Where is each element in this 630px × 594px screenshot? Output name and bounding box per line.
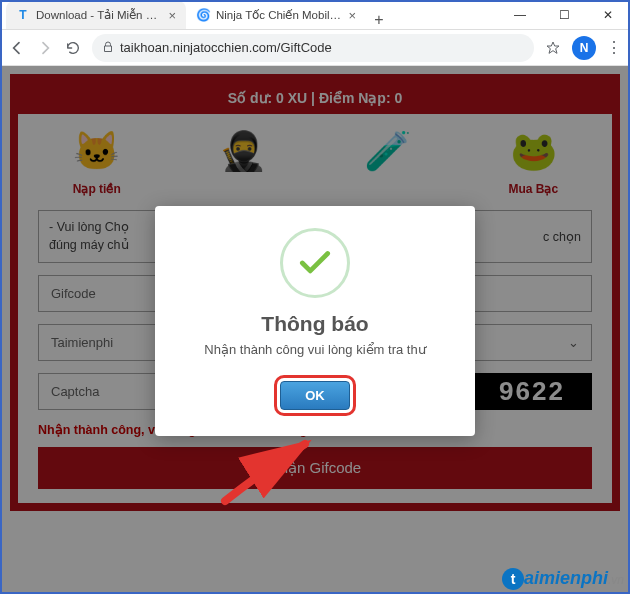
minimize-button[interactable]: — [498,0,542,29]
modal-message: Nhận thành công vui lòng kiểm tra thư [175,342,455,357]
maximize-button[interactable]: ☐ [542,0,586,29]
tab-title: Download - Tải Miễn Phí VN - Pl [36,8,162,22]
close-window-button[interactable]: ✕ [586,0,630,29]
watermark-logo-icon: t [502,568,524,590]
menu-kebab-icon[interactable]: ⋮ [606,38,622,57]
lock-icon [102,41,114,55]
url-text: taikhoan.ninjatocchien.com/GiftCode [120,40,332,55]
close-tab-icon[interactable]: × [348,8,356,23]
ok-button[interactable]: OK [280,381,350,410]
address-bar: taikhoan.ninjatocchien.com/GiftCode N ⋮ [0,30,630,66]
forward-button[interactable] [36,39,54,57]
watermark: taimienphi.vn [502,568,624,590]
page-content: Số dư: 0 XU | Điểm Nạp: 0 🐱 Nạp tiền 🥷 🧪… [0,66,630,594]
back-button[interactable] [8,39,26,57]
close-tab-icon[interactable]: × [168,8,176,23]
bookmark-star-icon[interactable] [544,39,562,57]
url-field[interactable]: taikhoan.ninjatocchien.com/GiftCode [92,34,534,62]
profile-avatar[interactable]: N [572,36,596,60]
favicon-icon: T [16,8,30,22]
favicon-icon: 🌀 [196,8,210,22]
tab-title: Ninja Tốc Chiến Mobile - Huyền [216,8,342,22]
success-check-icon [280,228,350,298]
modal-overlay: Thông báo Nhận thành công vui lòng kiểm … [0,66,630,594]
browser-tab-0[interactable]: T Download - Tải Miễn Phí VN - Pl × [6,1,186,29]
ok-button-highlight: OK [274,375,356,416]
reload-button[interactable] [64,39,82,57]
browser-tab-1[interactable]: 🌀 Ninja Tốc Chiến Mobile - Huyền × [186,1,366,29]
window-controls: — ☐ ✕ [498,0,630,29]
window-titlebar: T Download - Tải Miễn Phí VN - Pl × 🌀 Ni… [0,0,630,30]
modal-dialog: Thông báo Nhận thành công vui lòng kiểm … [155,206,475,436]
modal-title: Thông báo [175,312,455,336]
tab-strip: T Download - Tải Miễn Phí VN - Pl × 🌀 Ni… [0,0,498,29]
new-tab-button[interactable]: + [366,11,392,29]
